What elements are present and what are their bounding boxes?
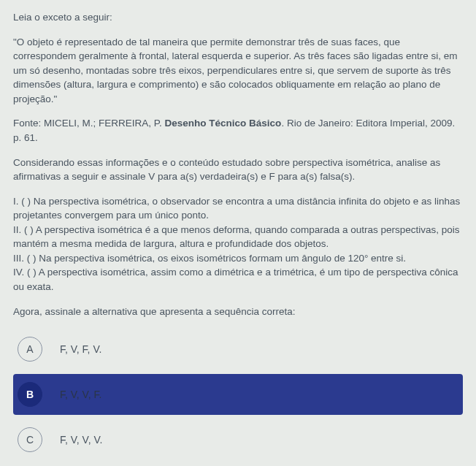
prompt-text: Agora, assinale a alternativa que aprese… bbox=[13, 305, 463, 319]
options-list: A F, V, F, V. B F, V, V, F. C F, V, V, V… bbox=[13, 329, 463, 466]
option-b-text: F, V, V, F. bbox=[60, 387, 101, 402]
option-b-bubble: B bbox=[18, 382, 42, 407]
statement-4: IV. ( ) A perspectiva isométrica, assim … bbox=[13, 265, 463, 294]
instruction-text: Considerando essas informações e o conte… bbox=[13, 156, 463, 184]
source-prefix: Fonte: MICELI, M.; FERREIRA, P. bbox=[13, 118, 165, 129]
statement-2: II. ( ) A perspectiva isométrica é a que… bbox=[13, 223, 463, 251]
source-citation: Fonte: MICELI, M.; FERREIRA, P. Desenho … bbox=[13, 116, 463, 145]
quote-body: "O objeto é representado de tal maneira … bbox=[13, 35, 463, 107]
statement-1: I. ( ) Na perspectiva isométrica, o obse… bbox=[13, 194, 463, 223]
statement-3: III. ( ) Na perspectiva isométrica, os e… bbox=[13, 251, 463, 266]
source-title: Desenho Técnico Básico bbox=[165, 118, 282, 129]
option-c-text: F, V, V, V. bbox=[60, 432, 102, 447]
intro-text: Leia o exceto a seguir: bbox=[13, 10, 463, 25]
statements-block: I. ( ) Na perspectiva isométrica, o obse… bbox=[13, 194, 463, 294]
option-c[interactable]: C F, V, V, V. bbox=[13, 419, 463, 460]
option-b[interactable]: B F, V, V, F. bbox=[13, 374, 463, 415]
option-a-bubble: A bbox=[18, 337, 42, 362]
option-a-text: F, V, F, V. bbox=[60, 342, 101, 356]
option-a[interactable]: A F, V, F, V. bbox=[13, 329, 463, 370]
option-c-bubble: C bbox=[18, 427, 42, 452]
